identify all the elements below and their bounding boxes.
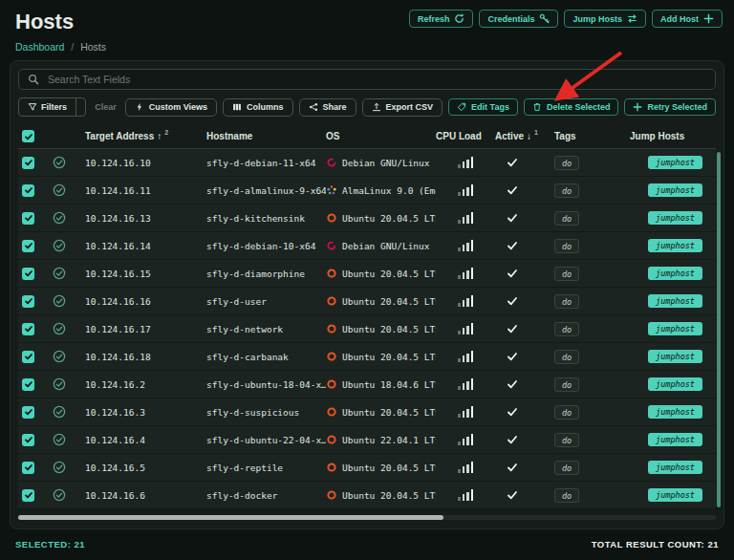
tag-badge[interactable]: do (554, 377, 579, 392)
column-header-hostname[interactable]: Hostname (206, 131, 326, 141)
clear-button[interactable]: Clear (92, 100, 119, 114)
row-checkbox[interactable] (22, 434, 34, 446)
tag-badge[interactable]: do (554, 488, 579, 503)
jump-host-badge[interactable]: jumphost (648, 267, 702, 280)
table-row[interactable]: 10.124.16.2 sfly-d-ubuntu-18-04-x… Ubunt… (18, 371, 716, 398)
table-row[interactable]: 10.124.16.6 sfly-d-docker Ubuntu 20.04.5… (18, 482, 716, 509)
row-checkbox[interactable] (22, 157, 34, 169)
row-checkbox[interactable] (22, 323, 34, 335)
row-checkbox[interactable] (22, 184, 34, 197)
filters-button-label: Filters (41, 102, 67, 112)
filters-button[interactable]: Filters (19, 98, 76, 116)
target-address-cell: 10.124.16.15 (85, 269, 206, 279)
table-row[interactable]: 10.124.16.11 sfly-d-almalinux-9-x64 Alma… (18, 177, 716, 205)
vertical-scrollbar[interactable] (717, 152, 721, 507)
target-address-cell: 10.124.16.14 (85, 241, 206, 251)
checkbox-check-icon (24, 463, 33, 472)
jump-host-badge[interactable]: jumphost (648, 294, 702, 308)
row-checkbox[interactable] (22, 378, 34, 391)
jump-host-badge[interactable]: jumphost (648, 377, 702, 391)
table-row[interactable]: 10.124.16.14 sfly-d-debian-10-x64 Debian… (18, 232, 716, 260)
row-checkbox[interactable] (22, 462, 34, 474)
refresh-button[interactable]: Refresh (409, 10, 474, 28)
bulk-actions: Edit Tags Delete Selected Retry Selected (448, 98, 716, 116)
jump-host-badge[interactable]: jumphost (648, 239, 702, 252)
row-checkbox[interactable] (22, 295, 34, 308)
jump-host-badge[interactable]: jumphost (648, 211, 702, 225)
column-header-os[interactable]: OS (326, 131, 436, 141)
credentials-button-label: Credentials (487, 14, 534, 24)
tag-badge[interactable]: do (554, 405, 579, 420)
jump-host-badge[interactable]: jumphost (648, 405, 702, 419)
table-row[interactable]: 10.124.16.13 sfly-d-kitchensink Ubuntu 2… (18, 205, 716, 232)
jump-host-badge[interactable]: jumphost (648, 183, 702, 197)
os-icon (326, 157, 337, 168)
tags-cell: do (554, 352, 630, 362)
target-address-cell: 10.124.16.11 (85, 185, 206, 196)
jump-host-badge[interactable]: jumphost (648, 156, 702, 169)
jump-hosts-button[interactable]: Jump Hosts (564, 10, 646, 28)
jump-host-badge[interactable]: jumphost (648, 433, 702, 446)
cpu-load-cell (436, 434, 495, 445)
tag-badge[interactable]: do (554, 156, 579, 170)
checkbox-check-icon (24, 407, 33, 417)
tag-badge[interactable]: do (554, 461, 579, 475)
jump-hosts-cell: jumphost (630, 267, 716, 280)
row-checkbox[interactable] (22, 268, 34, 280)
select-all-checkbox[interactable] (22, 130, 34, 142)
os-name: Ubuntu 20.04.5 LTS (342, 324, 436, 334)
jump-host-badge[interactable]: jumphost (648, 461, 702, 474)
presets-button[interactable]: Presets (76, 98, 86, 116)
search-input[interactable] (46, 73, 706, 86)
share-button[interactable]: Share (299, 98, 356, 117)
credentials-button[interactable]: Credentials (479, 10, 558, 28)
breadcrumb-dashboard-link[interactable]: Dashboard (15, 41, 64, 53)
table-row[interactable]: 10.124.16.4 sfly-d-ubuntu-22-04-x… Ubunt… (18, 426, 716, 454)
total-count-value: 21 (707, 539, 719, 549)
tag-badge[interactable]: do (554, 322, 579, 336)
checkbox-check-icon (24, 132, 33, 141)
custom-views-icon (135, 102, 144, 112)
tag-badge[interactable]: do (554, 433, 579, 447)
table-row[interactable]: 10.124.16.5 sfly-d-reptile Ubuntu 20.04.… (18, 454, 716, 482)
tag-badge[interactable]: do (554, 239, 579, 253)
row-checkbox[interactable] (22, 489, 34, 502)
add-host-button[interactable]: Add Host (652, 10, 723, 28)
tag-badge[interactable]: do (554, 267, 579, 281)
row-checkbox[interactable] (22, 240, 34, 252)
retry-selected-button[interactable]: Retry Selected (624, 98, 716, 116)
edit-tags-button[interactable]: Edit Tags (448, 98, 518, 116)
column-header-jump-hosts[interactable]: Jump Hosts (630, 131, 716, 141)
checkbox-check-icon (24, 435, 33, 444)
column-header-active[interactable]: Active ↓ 1 (495, 131, 554, 141)
row-checkbox[interactable] (22, 351, 34, 363)
export-csv-button[interactable]: Export CSV (362, 98, 443, 117)
custom-views-button[interactable]: Custom Views (125, 98, 217, 117)
table-row[interactable]: 10.124.16.17 sfly-d-network Ubuntu 20.04… (18, 315, 716, 343)
checkbox-check-icon (24, 185, 33, 195)
tag-badge[interactable]: do (554, 350, 579, 364)
tag-badge[interactable]: do (554, 211, 579, 226)
column-header-cpu-load[interactable]: CPU Load (436, 131, 495, 141)
jump-hosts-cell: jumphost (630, 183, 716, 197)
jump-host-badge[interactable]: jumphost (648, 488, 702, 502)
column-header-tags[interactable]: Tags (554, 131, 630, 141)
columns-button[interactable]: Columns (223, 98, 293, 117)
status-ok-icon (53, 267, 66, 280)
tag-badge[interactable]: do (554, 294, 579, 309)
table-row[interactable]: 10.124.16.18 sfly-d-carbanak Ubuntu 20.0… (18, 343, 716, 371)
delete-selected-button[interactable]: Delete Selected (524, 98, 619, 116)
horizontal-scrollbar-thumb[interactable] (18, 515, 443, 520)
table-row[interactable]: 10.124.16.16 sfly-d-user Ubuntu 20.04.5 … (18, 288, 716, 315)
horizontal-scrollbar-track[interactable] (18, 515, 716, 520)
row-checkbox[interactable] (22, 212, 34, 225)
jump-host-badge[interactable]: jumphost (648, 350, 702, 363)
table-row[interactable]: 10.124.16.15 sfly-d-diamorphine Ubuntu 2… (18, 260, 716, 288)
table-row[interactable]: 10.124.16.3 sfly-d-suspicious Ubuntu 20.… (18, 398, 716, 426)
hostname-header-label: Hostname (206, 131, 252, 141)
table-row[interactable]: 10.124.16.10 sfly-d-debian-11-x64 Debian… (18, 149, 716, 177)
row-checkbox[interactable] (22, 406, 34, 419)
tag-badge[interactable]: do (554, 183, 579, 198)
jump-host-badge[interactable]: jumphost (648, 322, 702, 335)
column-header-target-address[interactable]: Target Address ↑ 2 (85, 131, 206, 141)
